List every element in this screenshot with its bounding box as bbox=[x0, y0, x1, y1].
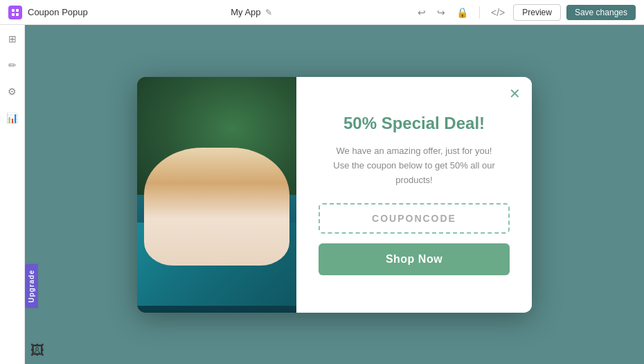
undo-button[interactable]: ↩ bbox=[415, 6, 429, 19]
main-area: ⊞ ✏ ⚙ 📊 ✕ 50% Special Deal! We have an a… bbox=[0, 25, 644, 364]
svg-rect-2 bbox=[12, 13, 15, 16]
person-silhouette bbox=[144, 148, 289, 266]
page-title: Coupon Popup bbox=[28, 7, 88, 17]
shop-now-button[interactable]: Shop Now bbox=[319, 243, 510, 275]
popup-title: 50% Special Deal! bbox=[343, 114, 485, 133]
topbar-left: Coupon Popup bbox=[8, 6, 88, 19]
popup-close-button[interactable]: ✕ bbox=[509, 87, 521, 101]
svg-rect-0 bbox=[12, 9, 15, 12]
bottom-left-icon: 🖼 bbox=[30, 343, 44, 358]
sidebar-item-grid[interactable]: ⊞ bbox=[6, 32, 19, 46]
divider bbox=[479, 6, 480, 19]
svg-rect-3 bbox=[16, 13, 19, 16]
edit-app-name-icon[interactable]: ✎ bbox=[265, 8, 272, 17]
app-name-label: My App bbox=[231, 7, 260, 17]
sidebar-item-edit[interactable]: ✏ bbox=[6, 58, 19, 72]
upgrade-badge[interactable]: Upgrade bbox=[25, 264, 38, 309]
redo-button[interactable]: ↪ bbox=[434, 6, 448, 19]
popup-image bbox=[137, 77, 296, 313]
popup-desc-line1: We have an amazing offer, just for you! bbox=[337, 146, 492, 156]
sidebar: ⊞ ✏ ⚙ 📊 bbox=[0, 25, 25, 364]
popup-description: We have an amazing offer, just for you! … bbox=[319, 144, 510, 187]
save-button[interactable]: Save changes bbox=[566, 5, 636, 20]
coupon-code-box[interactable]: COUPONCODE bbox=[319, 203, 510, 234]
sidebar-item-analytics[interactable]: 📊 bbox=[6, 111, 19, 125]
preview-button[interactable]: Preview bbox=[513, 4, 561, 21]
popup-card: ✕ 50% Special Deal! We have an amazing o… bbox=[137, 77, 532, 313]
topbar-center: My App ✎ bbox=[231, 7, 271, 17]
popup-content: ✕ 50% Special Deal! We have an amazing o… bbox=[296, 77, 532, 313]
popup-desc-line2: Use the coupon below to get 50% all our … bbox=[333, 160, 494, 185]
svg-rect-1 bbox=[16, 9, 19, 12]
canvas-area: ✕ 50% Special Deal! We have an amazing o… bbox=[25, 25, 644, 364]
topbar: Coupon Popup My App ✎ ↩ ↪ 🔒 </> Preview … bbox=[0, 0, 644, 25]
app-logo bbox=[8, 6, 22, 19]
lock-button[interactable]: 🔒 bbox=[454, 6, 471, 19]
code-button[interactable]: </> bbox=[488, 6, 508, 19]
sidebar-item-settings[interactable]: ⚙ bbox=[6, 85, 19, 98]
topbar-right: ↩ ↪ 🔒 </> Preview Save changes bbox=[415, 4, 636, 21]
